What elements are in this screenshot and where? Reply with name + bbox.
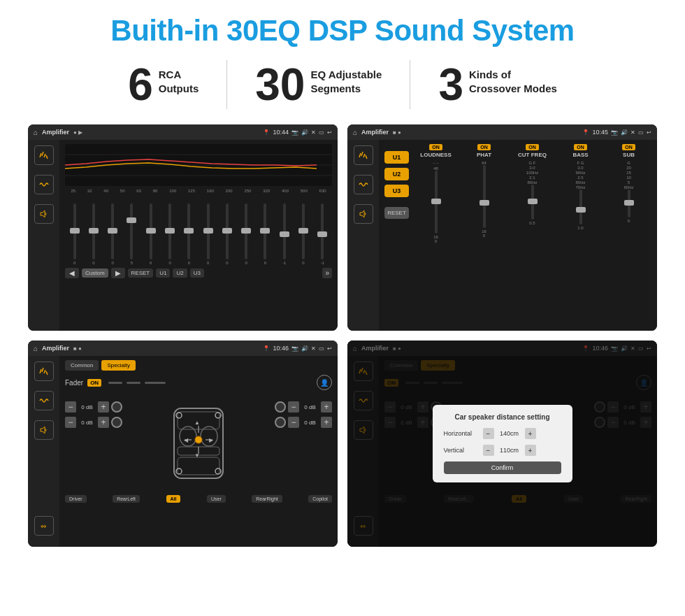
svg-line-3 xyxy=(46,155,48,159)
eq-reset-btn[interactable]: RESET xyxy=(128,268,154,278)
db-value-0: 0 dB xyxy=(78,404,96,410)
svg-line-16 xyxy=(46,371,48,375)
eq-slider-11[interactable]: -1 xyxy=(278,203,291,265)
eq-slider-12[interactable]: 0 xyxy=(297,203,310,265)
dialog-vertical-plus[interactable]: + xyxy=(525,445,536,456)
eq-slider-10[interactable]: 0 xyxy=(259,203,271,265)
eq-slider-1[interactable]: 0 xyxy=(87,203,100,265)
crossover-topbar: ⌂ Amplifier ■ ● 📍 10:45 📷 🔊 ✕ ▭ ↩ xyxy=(347,124,657,140)
crossover-sidebar-eq-icon[interactable] xyxy=(354,145,373,165)
speaker-dist-dialog-overlay: Car speaker distance setting Horizontal … xyxy=(347,341,657,547)
db-plus-1[interactable]: + xyxy=(98,417,109,428)
fader-driver-btn[interactable]: Driver xyxy=(65,495,87,503)
eq-u1-btn[interactable]: U1 xyxy=(156,268,170,278)
fader-sidebar-arrows-icon[interactable]: ⇔ xyxy=(34,516,54,536)
eq-slider-track-13 xyxy=(321,203,324,259)
svg-line-10 xyxy=(363,154,365,157)
fader-tab-common[interactable]: Common xyxy=(65,360,99,371)
sub-slider-thumb[interactable] xyxy=(624,200,634,206)
db-row-1: − 0 dB + xyxy=(65,417,122,428)
fader-copilot-btn[interactable]: Copilot xyxy=(308,495,332,503)
db-minus-1[interactable]: − xyxy=(65,417,76,428)
db-minus-0[interactable]: − xyxy=(65,401,76,413)
stat-rca-line1: RCA xyxy=(159,68,199,82)
crossover-sub-on[interactable]: ON xyxy=(622,144,635,150)
eq-slider-track-3 xyxy=(130,203,133,259)
loudness-slider-thumb[interactable] xyxy=(431,199,441,204)
crossover-cutfreq-col: ON CUT FREQ G F 3.0 100Hz 2.1 80Hz xyxy=(510,144,555,327)
db-plus-3[interactable]: + xyxy=(321,417,332,428)
sub-20: 20 xyxy=(626,166,631,170)
crossover-u1-btn[interactable]: U1 xyxy=(384,151,409,164)
db-plus-0[interactable]: + xyxy=(98,401,109,413)
fader-sidebar-speaker-icon[interactable] xyxy=(34,420,54,440)
crossover-phat-on[interactable]: ON xyxy=(477,144,491,150)
crossover-bass-on[interactable]: ON xyxy=(574,144,587,150)
eq-slider-13[interactable]: -1 xyxy=(316,203,329,265)
dialog-horizontal-plus[interactable]: + xyxy=(525,428,536,439)
db-minus-3[interactable]: − xyxy=(288,417,299,428)
eq-slider-2[interactable]: 0 xyxy=(106,203,119,265)
dialog-horizontal-minus[interactable]: − xyxy=(483,428,494,439)
crossover-u3-btn[interactable]: U3 xyxy=(384,185,409,197)
eq-next-btn[interactable]: ▶ xyxy=(111,268,125,278)
eq-sidebar-speaker-icon[interactable] xyxy=(34,204,54,224)
bass-slider-thumb[interactable] xyxy=(576,207,586,213)
eq-slider-5[interactable]: 0 xyxy=(164,203,176,265)
stat-rca-number: 6 xyxy=(128,62,153,107)
svg-point-33 xyxy=(215,468,221,474)
eq-u3-btn[interactable]: U3 xyxy=(190,268,204,278)
fader-home-icon[interactable]: ⌂ xyxy=(34,345,38,352)
dialog-vertical-minus[interactable]: − xyxy=(483,445,494,456)
eq-sidebar-eq-icon[interactable] xyxy=(34,145,54,165)
crossover-sidebar-speaker-icon[interactable] xyxy=(354,204,373,224)
crossover-screen-card: ⌂ Amplifier ■ ● 📍 10:45 📷 🔊 ✕ ▭ ↩ xyxy=(347,124,657,331)
eq-expand-icon[interactable]: » xyxy=(322,268,332,278)
eq-slider-3[interactable]: 5 xyxy=(125,203,138,265)
crossover-home-icon[interactable]: ⌂ xyxy=(353,129,357,136)
fader-profile-icon[interactable]: 👤 xyxy=(317,375,332,390)
fader-rearleft-btn[interactable]: RearLeft xyxy=(113,495,140,503)
svg-text:◀: ◀ xyxy=(184,437,189,443)
eq-slider-thumb-13 xyxy=(317,231,327,237)
eq-slider-thumb-3 xyxy=(127,217,136,223)
eq-slider-4[interactable]: 0 xyxy=(145,203,157,265)
eq-sound-icon: 🔊 xyxy=(301,129,308,136)
crossover-sidebar-wave-icon[interactable] xyxy=(354,175,373,194)
fader-all-btn[interactable]: All xyxy=(166,495,181,503)
stat-eq-line1: EQ Adjustable xyxy=(310,68,382,82)
fader-on-badge[interactable]: ON xyxy=(87,379,101,387)
cutfreq-slider-thumb[interactable] xyxy=(528,199,538,204)
eq-slider-8[interactable]: 0 xyxy=(221,203,233,265)
eq-slider-9[interactable]: 0 xyxy=(240,203,252,265)
eq-prev-btn[interactable]: ◀ xyxy=(65,268,79,278)
phat-slider-thumb[interactable] xyxy=(480,200,489,206)
freq-200: 200 xyxy=(226,189,233,193)
db-plus-2[interactable]: + xyxy=(321,401,332,413)
db-minus-2[interactable]: − xyxy=(288,401,299,413)
eq-sidebar xyxy=(28,140,59,331)
crossover-u2-btn[interactable]: U2 xyxy=(384,168,409,180)
eq-u2-btn[interactable]: U2 xyxy=(173,268,187,278)
eq-slider-7[interactable]: 0 xyxy=(202,203,215,265)
crossover-location-icon: 📍 xyxy=(582,129,589,136)
eq-slider-track-11 xyxy=(283,203,286,259)
fader-x-icon: ✕ xyxy=(311,345,316,352)
eq-custom-btn[interactable]: Custom xyxy=(82,268,108,278)
fader-sidebar-wave-icon[interactable] xyxy=(34,391,54,410)
eq-slider-6[interactable]: 0 xyxy=(182,203,195,265)
crossover-reset-btn[interactable]: RESET xyxy=(384,207,409,219)
fader-rearright-btn[interactable]: RearRight xyxy=(252,495,282,503)
crossover-loudness-on[interactable]: ON xyxy=(429,144,442,150)
eq-slider-val-1: 0 xyxy=(92,261,94,265)
eq-location-icon: 📍 xyxy=(263,129,270,136)
eq-home-icon[interactable]: ⌂ xyxy=(34,129,38,136)
fader-sidebar-eq-icon[interactable] xyxy=(34,361,54,381)
svg-point-30 xyxy=(176,413,182,418)
eq-slider-0[interactable]: 0 xyxy=(68,203,81,265)
fader-tab-specialty[interactable]: Specialty xyxy=(101,360,135,371)
fader-user-btn[interactable]: User xyxy=(207,495,226,503)
crossover-cutfreq-on[interactable]: ON xyxy=(526,144,539,150)
eq-sidebar-wave-icon[interactable] xyxy=(34,175,54,194)
dialog-confirm-btn[interactable]: Confirm xyxy=(444,461,561,474)
